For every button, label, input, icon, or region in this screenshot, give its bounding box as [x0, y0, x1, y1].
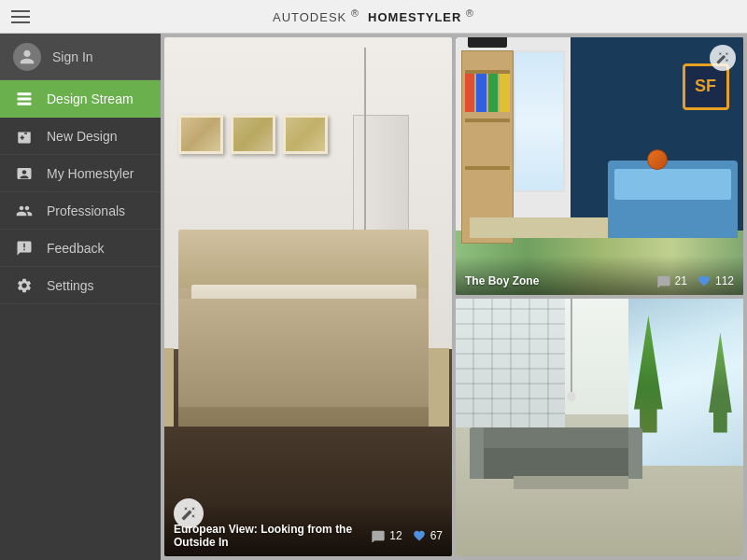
- profile-icon: [13, 162, 35, 185]
- bedroom-like-count: 67: [430, 529, 443, 542]
- professionals-icon: [13, 200, 35, 222]
- new-design-label: New Design: [47, 129, 117, 144]
- boy-zone-like-count: 112: [715, 274, 734, 287]
- design-stream-label: Design Stream: [47, 91, 134, 106]
- settings-icon: [13, 274, 35, 297]
- boy-zone-window: [514, 50, 565, 192]
- feedback-icon: [13, 237, 35, 259]
- boy-zone-comment-count: 21: [675, 274, 687, 287]
- bedroom-stats: 12 67: [371, 529, 443, 542]
- my-homestyler-label: My Homestyler: [47, 166, 134, 181]
- new-design-icon: [13, 125, 35, 147]
- hamburger-menu[interactable]: [11, 10, 30, 23]
- product-trademark: ®: [466, 7, 474, 19]
- wand-button[interactable]: [174, 498, 204, 528]
- bedroom-likes: 67: [412, 529, 443, 542]
- trademark: ®: [351, 7, 359, 19]
- modern-table: [514, 476, 628, 489]
- svg-rect-0: [18, 92, 32, 95]
- modern-scene: [456, 299, 743, 556]
- bedroom-card-info: European View: Looking from the Outside …: [164, 504, 452, 556]
- boy-zone-comments: 21: [656, 274, 687, 287]
- sidebar-item-design-stream[interactable]: Design Stream: [0, 80, 161, 118]
- feedback-label: Feedback: [47, 241, 104, 256]
- modern-exterior: [456, 299, 565, 427]
- boy-zone-bed: [608, 161, 738, 238]
- sidebar-item-settings[interactable]: Settings: [0, 267, 161, 304]
- stream-icon: [13, 88, 35, 110]
- sidebar-item-feedback[interactable]: Feedback: [0, 230, 161, 267]
- boy-zone-desk: [470, 217, 627, 238]
- bedroom-comment-count: 12: [389, 529, 402, 542]
- bedroom-title: European View: Looking from the Outside …: [174, 523, 371, 549]
- sidebar: Sign In Design Stream New Design My Home…: [0, 34, 161, 560]
- card-modern[interactable]: [456, 299, 743, 556]
- card-top-right-wand: [710, 45, 736, 71]
- card-boy-zone[interactable]: SF The Boy Zone: [456, 37, 743, 295]
- bedroom-bed: [178, 230, 429, 427]
- bedroom-paintings: [178, 115, 328, 154]
- wand-button-small[interactable]: [710, 45, 736, 71]
- modern-sofa: [470, 427, 642, 479]
- svg-rect-1: [18, 97, 32, 100]
- basketball: [647, 149, 668, 170]
- sidebar-item-my-homestyler[interactable]: My Homestyler: [0, 155, 161, 192]
- bedroom-scene: [164, 37, 452, 556]
- sidebar-item-signin[interactable]: Sign In: [0, 34, 161, 80]
- professionals-label: Professionals: [47, 203, 125, 218]
- boy-zone-stats: 21 112: [656, 274, 734, 287]
- app-title: AUTODESK ® HOMESTYLER ®: [273, 7, 474, 24]
- user-avatar: [13, 43, 41, 71]
- bedroom-comments: 12: [371, 529, 402, 542]
- boy-zone-likes: 112: [697, 274, 734, 287]
- top-bar: AUTODESK ® HOMESTYLER ®: [0, 0, 747, 34]
- svg-rect-2: [18, 102, 32, 105]
- modern-window: [628, 299, 743, 466]
- boy-zone-card-info: The Boy Zone 21 112: [456, 256, 743, 295]
- sidebar-item-new-design[interactable]: New Design: [0, 118, 161, 155]
- signin-label: Sign In: [52, 49, 93, 64]
- main-content: European View: Looking from the Outside …: [161, 34, 747, 560]
- brand-name: AUTODESK: [273, 11, 346, 25]
- card-bedroom[interactable]: European View: Looking from the Outside …: [164, 37, 452, 556]
- sidebar-item-professionals[interactable]: Professionals: [0, 192, 161, 230]
- modern-lamp-2: [571, 299, 572, 401]
- settings-label: Settings: [47, 278, 94, 293]
- product-name: HOMESTYLER: [368, 11, 461, 25]
- boy-zone-title: The Boy Zone: [465, 274, 539, 287]
- boy-zone-bookshelf: [461, 50, 513, 244]
